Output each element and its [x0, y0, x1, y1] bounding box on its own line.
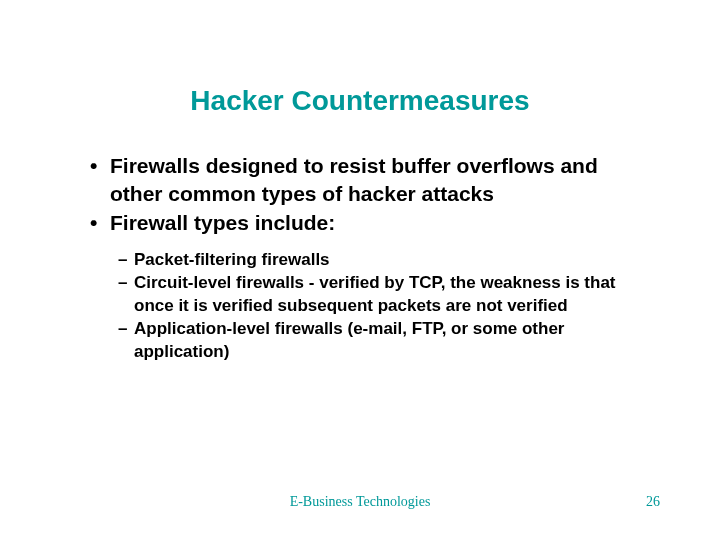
sub-bullet-item: Packet-filtering firewalls	[110, 249, 640, 272]
bullet-item: Firewalls designed to resist buffer over…	[80, 152, 640, 209]
content-area: Firewalls designed to resist buffer over…	[0, 152, 720, 364]
sub-list: Packet-filtering firewalls Circuit-level…	[80, 249, 640, 364]
sub-bullet-item: Application-level firewalls (e-mail, FTP…	[110, 318, 640, 364]
page-number: 26	[646, 494, 660, 510]
footer-text: E-Business Technologies	[0, 494, 720, 510]
bullet-item: Firewall types include:	[80, 209, 640, 237]
slide: Hacker Countermeasures Firewalls designe…	[0, 0, 720, 540]
slide-title: Hacker Countermeasures	[0, 0, 720, 152]
sub-bullet-item: Circuit-level firewalls - verified by TC…	[110, 272, 640, 318]
